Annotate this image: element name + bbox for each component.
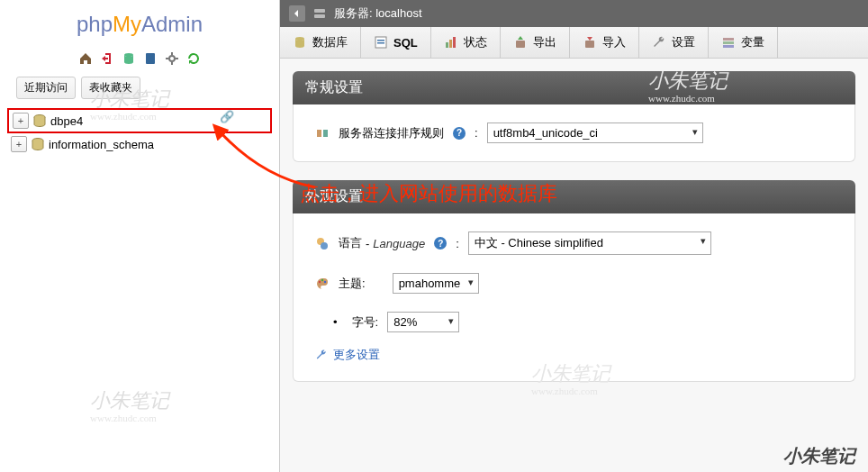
svg-rect-18 (723, 45, 734, 48)
svg-point-24 (321, 278, 323, 280)
database-label: dbpe4 (50, 114, 83, 128)
toolbar: 数据库 SQL 状态 导出 导入 设置 变量 (280, 27, 868, 59)
reload-icon[interactable] (185, 50, 203, 68)
svg-rect-11 (446, 42, 448, 48)
svg-rect-5 (314, 9, 325, 13)
server-icon (312, 6, 327, 21)
theme-icon (315, 277, 330, 291)
svg-rect-13 (453, 37, 456, 48)
sidebar-icon-row (0, 46, 279, 71)
topbar: 服务器: localhost (280, 0, 868, 27)
svg-rect-9 (377, 40, 384, 41)
expand-icon[interactable]: + (13, 113, 29, 129)
database-icon (31, 138, 45, 150)
svg-rect-17 (723, 41, 734, 44)
help-icon[interactable]: ? (434, 237, 447, 250)
sql-icon (374, 35, 388, 50)
back-icon[interactable] (289, 5, 305, 22)
tab-status[interactable]: 状态 (431, 27, 501, 58)
server-label: 服务器: localhost (334, 5, 422, 22)
database-item-information-schema[interactable]: + information_schema (7, 133, 272, 155)
database-icon (293, 35, 307, 50)
tab-export[interactable]: 导出 (501, 27, 570, 58)
more-settings-link[interactable]: 更多设置 (315, 347, 833, 363)
svg-point-7 (295, 37, 304, 41)
panel-title: 外观设置 (293, 180, 855, 213)
panel-general: 常规设置 服务器连接排序规则 ? : utf8mb4_unicode_ci (293, 71, 855, 162)
collation-icon (315, 126, 330, 141)
docs-icon[interactable] (141, 50, 159, 68)
tab-settings[interactable]: 设置 (639, 27, 709, 58)
favorites-tab[interactable]: 表收藏夹 (81, 77, 140, 99)
svg-point-2 (169, 56, 175, 61)
svg-rect-20 (323, 130, 328, 137)
wrench-icon (652, 35, 666, 50)
svg-point-22 (321, 242, 328, 250)
svg-rect-16 (723, 38, 734, 41)
language-select[interactable]: 中文 - Chinese simplified (468, 231, 711, 255)
settings-icon[interactable] (163, 50, 181, 68)
tab-import[interactable]: 导入 (570, 27, 639, 58)
panel-appearance: 外观设置 语言 - Language ? : 中文 - Chinese simp… (293, 180, 855, 382)
tab-sql[interactable]: SQL (361, 27, 431, 58)
collation-select[interactable]: utf8mb4_unicode_ci (487, 123, 703, 143)
svg-rect-12 (449, 40, 452, 48)
link-icon: 🔗 (220, 110, 234, 123)
logout-icon[interactable] (98, 50, 116, 68)
tab-database[interactable]: 数据库 (280, 27, 361, 58)
status-icon (444, 35, 458, 50)
svg-rect-19 (317, 130, 321, 137)
svg-rect-10 (377, 42, 384, 44)
export-icon (513, 35, 528, 50)
import-icon (583, 35, 597, 50)
svg-point-0 (124, 53, 133, 57)
svg-point-23 (319, 280, 321, 282)
svg-rect-14 (516, 41, 525, 48)
database-tree: + dbpe4 + information_schema (0, 104, 279, 159)
sql-icon[interactable] (120, 50, 138, 68)
theme-label: 主题: (339, 276, 366, 292)
wrench-icon (315, 349, 328, 361)
fontsize-label: 字号: (352, 314, 379, 331)
variables-icon (721, 35, 736, 50)
expand-icon[interactable]: + (11, 136, 27, 152)
panel-title: 常规设置 (293, 71, 855, 104)
svg-rect-1 (146, 53, 155, 64)
svg-rect-6 (314, 14, 325, 18)
phpmyadmin-logo: phpMyAdmin (0, 7, 279, 46)
svg-point-25 (324, 280, 326, 282)
database-label: information_schema (49, 138, 154, 151)
tab-variables[interactable]: 变量 (709, 27, 778, 58)
collation-label: 服务器连接排序规则 (339, 125, 444, 141)
fontsize-select[interactable]: 82% (387, 312, 459, 332)
language-icon (315, 236, 330, 250)
language-label: 语言 - Language (339, 235, 425, 251)
theme-select[interactable]: pmahomme (393, 273, 480, 294)
recent-tab[interactable]: 近期访问 (16, 77, 76, 99)
database-icon (32, 114, 47, 127)
help-icon[interactable]: ? (453, 127, 466, 140)
svg-rect-15 (585, 41, 594, 48)
home-icon[interactable] (77, 50, 95, 68)
